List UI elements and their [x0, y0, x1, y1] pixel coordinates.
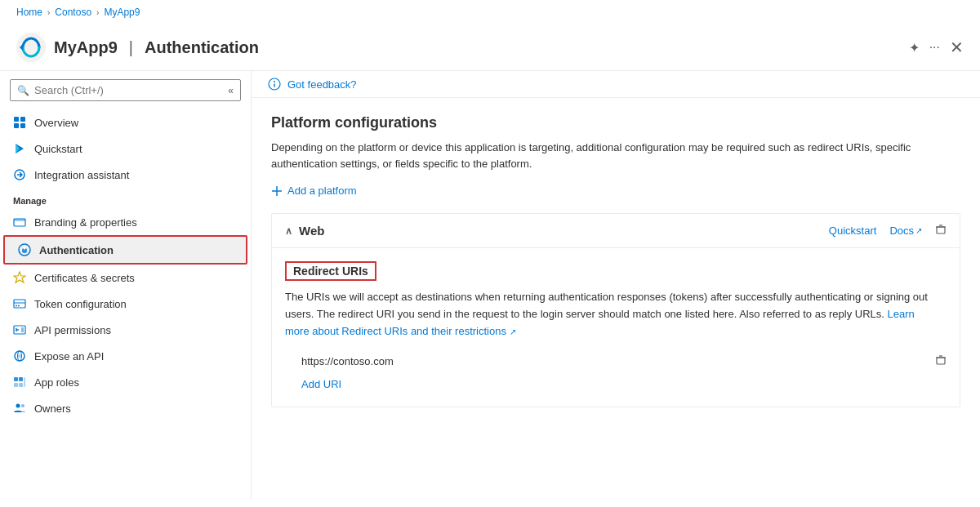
- sidebar-item-approles[interactable]: App roles: [0, 369, 251, 395]
- uri-delete-button[interactable]: [935, 354, 947, 368]
- svg-point-14: [16, 305, 17, 307]
- sidebar-item-api[interactable]: API permissions: [0, 317, 251, 343]
- integration-icon: [13, 168, 26, 181]
- content-body: Platform configurations Depending on the…: [252, 98, 980, 424]
- collapse-button[interactable]: «: [228, 85, 234, 96]
- chevron-up-icon[interactable]: ∧: [285, 225, 292, 237]
- web-card-title: ∧ Web: [285, 224, 324, 238]
- cert-icon: [13, 271, 26, 284]
- page-title: Authentication: [145, 38, 259, 57]
- search-input[interactable]: [34, 84, 223, 96]
- web-card-body: Redirect URIs The URIs we will accept as…: [272, 248, 960, 407]
- svg-rect-26: [14, 383, 18, 387]
- add-uri-label: Add URI: [301, 378, 341, 390]
- breadcrumb-sep-2: ›: [96, 8, 99, 17]
- svg-rect-3: [20, 117, 25, 122]
- app-icon: [16, 33, 46, 62]
- platform-configs-title: Platform configurations: [271, 114, 960, 131]
- sidebar-item-overview[interactable]: Overview: [0, 109, 251, 136]
- sidebar-item-quickstart[interactable]: Quickstart: [0, 136, 251, 162]
- svg-rect-24: [14, 377, 18, 381]
- web-title-label: Web: [299, 224, 324, 238]
- expose-icon: [13, 349, 26, 362]
- token-icon: [13, 297, 26, 310]
- feedback-bar: Got feedback?: [252, 71, 980, 98]
- breadcrumb: Home › Contoso › MyApp9: [0, 0, 980, 24]
- svg-rect-5: [20, 123, 25, 128]
- api-icon: [13, 323, 26, 336]
- sidebar-item-approles-label: App roles: [34, 376, 79, 389]
- svg-rect-2: [14, 117, 19, 122]
- approles-icon: [13, 376, 26, 389]
- sidebar-item-expose-label: Expose an API: [34, 350, 104, 362]
- feedback-label[interactable]: Got feedback?: [287, 78, 357, 91]
- sidebar-item-branding[interactable]: Branding & properties: [0, 209, 251, 235]
- sidebar-item-integration-label: Integration assistant: [34, 169, 129, 181]
- svg-point-15: [18, 305, 20, 307]
- add-uri-button[interactable]: Add URI: [285, 375, 341, 394]
- sidebar: 🔍 « Overview Quickstart Integration assi…: [0, 71, 252, 500]
- sidebar-item-certificates-label: Certificates & secrets: [34, 272, 135, 284]
- svg-point-29: [16, 404, 20, 408]
- svg-rect-39: [937, 358, 945, 364]
- title-separator: |: [129, 38, 133, 57]
- sidebar-item-authentication[interactable]: Authentication: [5, 237, 246, 263]
- add-platform-button[interactable]: Add a platform: [271, 185, 357, 197]
- plus-icon: [271, 185, 283, 197]
- redirect-uris-title: Redirect URIs: [285, 261, 376, 281]
- sidebar-item-token[interactable]: Token configuration: [0, 291, 251, 317]
- uri-row: https://contoso.com: [285, 351, 947, 371]
- app-name: MyApp9: [54, 38, 118, 57]
- overview-icon: [13, 116, 26, 129]
- sidebar-item-owners[interactable]: Owners: [0, 395, 251, 421]
- web-docs-link[interactable]: Docs ↗: [889, 225, 922, 237]
- auth-icon: [18, 243, 31, 256]
- sidebar-item-api-label: API permissions: [34, 324, 111, 336]
- close-icon[interactable]: ✕: [950, 38, 964, 57]
- header-bar: MyApp9 | Authentication ✦ ··· ✕: [0, 24, 980, 71]
- main-layout: 🔍 « Overview Quickstart Integration assi…: [0, 71, 980, 500]
- sidebar-item-authentication-label: Authentication: [39, 244, 114, 256]
- platform-configs-desc: Depending on the platform or device this…: [271, 140, 941, 171]
- web-delete-button[interactable]: [935, 224, 947, 238]
- breadcrumb-contoso[interactable]: Contoso: [55, 7, 91, 18]
- sidebar-item-expose[interactable]: Expose an API: [0, 343, 251, 369]
- ellipsis-icon[interactable]: ···: [929, 40, 940, 55]
- sidebar-item-certificates[interactable]: Certificates & secrets: [0, 265, 251, 291]
- svg-rect-8: [14, 219, 25, 221]
- manage-section-header: Manage: [0, 188, 251, 209]
- header-left: MyApp9 | Authentication: [16, 33, 259, 62]
- web-quickstart-link[interactable]: Quickstart: [829, 225, 877, 237]
- docs-label: Docs: [889, 225, 914, 237]
- sidebar-item-integration[interactable]: Integration assistant: [0, 162, 251, 188]
- add-platform-label: Add a platform: [287, 185, 357, 197]
- pin-icon[interactable]: ✦: [909, 40, 920, 56]
- redirect-desc: The URIs we will accept as destinations …: [285, 289, 938, 340]
- search-box-container: 🔍 «: [10, 79, 241, 101]
- svg-marker-11: [14, 272, 25, 282]
- web-card: ∧ Web Quickstart Docs ↗: [271, 213, 960, 407]
- breadcrumb-myapp9[interactable]: MyApp9: [104, 7, 140, 18]
- sidebar-item-quickstart-label: Quickstart: [34, 143, 82, 155]
- svg-rect-27: [19, 383, 23, 387]
- svg-rect-25: [19, 377, 23, 381]
- learn-more-external-icon: ↗: [510, 327, 516, 336]
- uri-value: https://contoso.com: [301, 355, 925, 367]
- feedback-icon: [268, 78, 281, 91]
- sidebar-item-token-label: Token configuration: [34, 298, 127, 310]
- svg-point-30: [21, 404, 24, 407]
- external-link-icon: ↗: [915, 226, 922, 235]
- sidebar-item-owners-label: Owners: [34, 402, 71, 415]
- svg-rect-28: [24, 377, 25, 387]
- branding-icon: [13, 216, 26, 229]
- web-card-header: ∧ Web Quickstart Docs ↗: [272, 214, 960, 248]
- svg-rect-4: [14, 123, 19, 128]
- svg-point-10: [24, 247, 26, 250]
- header-actions: ✦ ··· ✕: [909, 38, 964, 57]
- content-area: Got feedback? Platform configurations De…: [252, 71, 980, 500]
- svg-rect-12: [14, 300, 25, 308]
- breadcrumb-home[interactable]: Home: [16, 7, 42, 18]
- breadcrumb-sep-1: ›: [47, 8, 50, 17]
- svg-rect-36: [937, 227, 945, 233]
- sidebar-item-branding-label: Branding & properties: [34, 216, 137, 229]
